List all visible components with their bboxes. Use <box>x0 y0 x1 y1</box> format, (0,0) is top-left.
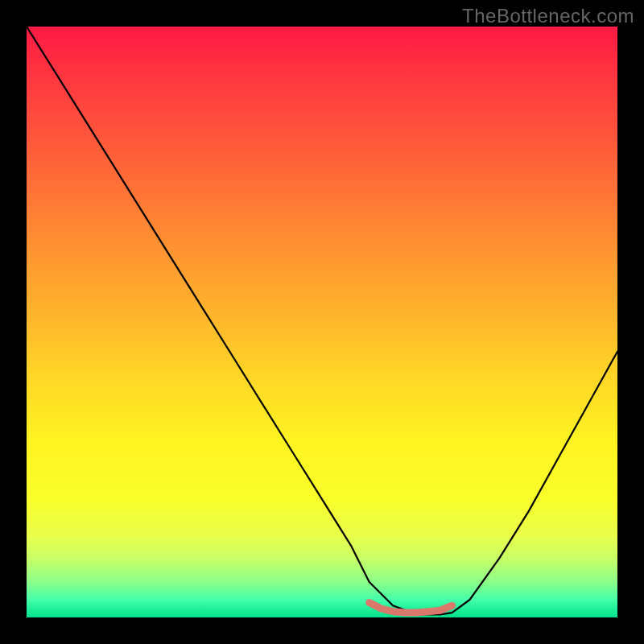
optimal-band <box>369 603 452 613</box>
bottleneck-curve <box>27 27 617 614</box>
chart-container: TheBottleneck.com <box>0 0 644 644</box>
curve-layer <box>27 27 617 617</box>
plot-area <box>27 27 617 617</box>
watermark-text: TheBottleneck.com <box>462 5 634 27</box>
